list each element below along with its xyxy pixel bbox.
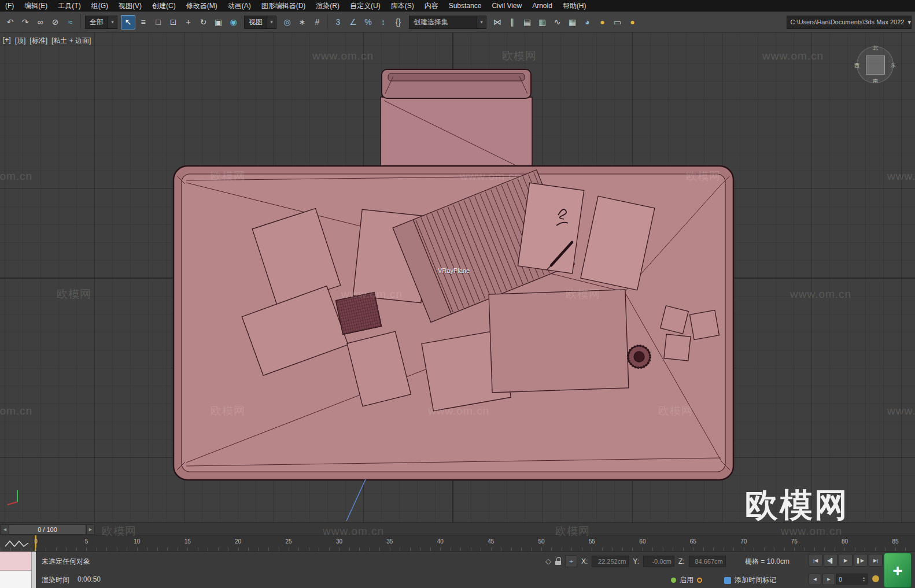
viewport-perview-label[interactable]: [标准] <box>29 36 47 46</box>
go-to-end-button[interactable]: ▶| <box>869 554 883 567</box>
time-slider-next-button[interactable]: ▶ <box>86 524 95 535</box>
select-and-manipulate-icon[interactable]: ∗ <box>295 15 309 29</box>
listener-pane[interactable] <box>0 571 36 588</box>
menu-item[interactable]: 工具(T) <box>53 0 86 12</box>
status-bar: 未选定任何对象 渲染时间 0:00:50 ◇ + X: 22.252cm Y: … <box>0 551 915 588</box>
frame-forward-button[interactable]: ▶ <box>822 574 835 585</box>
key-mode-icon[interactable] <box>872 575 879 582</box>
percent-snap-toggle-icon[interactable]: % <box>361 15 375 29</box>
toggle-layer-explorer-icon[interactable]: ▥ <box>535 15 549 29</box>
play-button[interactable]: ▶ <box>839 554 853 567</box>
current-frame-field[interactable]: 0 ▲ ▼ <box>836 574 868 585</box>
viewport-general-menu-label[interactable]: [+] <box>3 36 11 46</box>
viewport-shading-label[interactable]: [粘土 + 边面] <box>51 36 91 46</box>
add-time-tag-label[interactable]: 添加时间标记 <box>735 575 776 585</box>
select-and-move-icon[interactable]: + <box>181 15 195 29</box>
menu-item[interactable]: Civil View <box>486 0 527 12</box>
curve-editor-icon[interactable]: ∿ <box>550 15 565 29</box>
menu-item[interactable]: 脚本(S) <box>386 0 419 12</box>
macro-recorder-pane[interactable] <box>0 552 36 571</box>
select-and-place-icon[interactable]: ◉ <box>226 15 241 29</box>
viewport-top[interactable]: [+] [顶] [标准] [粘土 + 边面] VRayPlane 北 南 西 东 <box>0 33 915 522</box>
angle-snap-toggle-icon[interactable]: ∠ <box>346 15 360 29</box>
edit-named-selection-sets-icon[interactable]: {} <box>391 15 405 29</box>
time-slider-handle[interactable]: 0 / 100 <box>9 524 86 535</box>
menu-item[interactable]: (F) <box>0 0 19 12</box>
maxscript-mini-listener[interactable] <box>0 552 36 588</box>
project-folder-field[interactable]: C:\Users\Han\Documents\3ds Max 2022 ▾ <box>787 16 912 29</box>
menu-item[interactable]: 修改器(M) <box>181 0 223 12</box>
rectangular-selection-region-icon[interactable]: □ <box>151 15 165 29</box>
align-icon[interactable]: ∥ <box>505 15 519 29</box>
viewcube[interactable]: 北 南 西 东 <box>857 46 894 83</box>
previous-frame-button[interactable]: ◀▌ <box>824 554 837 567</box>
absolute-offset-toggle-button[interactable]: + <box>565 555 577 567</box>
add-button[interactable]: + <box>884 553 912 588</box>
frame-spinner[interactable]: ▲ ▼ <box>862 576 865 582</box>
selection-lock-icon[interactable] <box>555 557 561 565</box>
spinner-down-icon[interactable]: ▼ <box>862 579 865 582</box>
chair[interactable] <box>381 69 532 173</box>
menu-item[interactable]: Substance <box>444 0 487 12</box>
menu-item[interactable]: 图形编辑器(D) <box>256 0 311 12</box>
bind-to-space-warp-icon[interactable]: ≈ <box>63 15 78 29</box>
viewcube-south-label: 南 <box>873 77 878 85</box>
listener-scrollbar[interactable] <box>31 552 36 588</box>
material-editor-icon[interactable]: ◕ <box>580 15 595 29</box>
select-object-icon[interactable]: ↖ <box>121 15 135 29</box>
menu-item[interactable]: 视图(V) <box>113 0 147 12</box>
select-and-scale-icon[interactable]: ▣ <box>211 15 226 29</box>
go-to-start-button[interactable]: |◀ <box>809 554 822 567</box>
render-setup-icon[interactable]: ● <box>595 15 610 29</box>
history-tools-group: ↶↷∞⊘≈ <box>2 15 79 29</box>
time-slider-prev-button[interactable]: ◀ <box>1 524 9 535</box>
render-time-label: 渲染时间 <box>42 575 69 585</box>
menu-item[interactable]: 创建(C) <box>147 0 181 12</box>
isolate-selection-icon[interactable]: ◇ <box>545 557 551 565</box>
frame-back-button[interactable]: ◀ <box>809 574 821 585</box>
menu-item[interactable]: 编辑(E) <box>19 0 53 12</box>
menu-item[interactable]: 动画(A) <box>223 0 256 12</box>
window-crossing-toggle-icon[interactable]: ⊡ <box>166 15 180 29</box>
rendered-frame-window-icon[interactable]: ▭ <box>610 15 625 29</box>
spline-object[interactable] <box>346 479 366 521</box>
schematic-view-icon[interactable]: ▦ <box>565 15 580 29</box>
named-selection-sets-value: 创建选择集 <box>409 17 452 27</box>
select-by-name-icon[interactable]: ≡ <box>136 15 150 29</box>
render-production-icon[interactable]: ● <box>625 15 640 29</box>
reference-coordinate-dropdown[interactable]: 视图 ▾ <box>244 16 276 29</box>
mirror-icon[interactable]: ⋈ <box>490 15 504 29</box>
enable-on-indicator-icon[interactable] <box>671 578 676 583</box>
redo-icon[interactable]: ↷ <box>18 15 32 29</box>
enable-label: 启用 <box>680 575 693 585</box>
menu-item[interactable]: 内容 <box>419 0 444 12</box>
menu-item[interactable]: 渲染(R) <box>311 0 345 12</box>
keyboard-shortcut-override-icon[interactable]: # <box>310 15 324 29</box>
undo-icon[interactable]: ↶ <box>3 15 17 29</box>
chevron-down-icon: ▾ <box>267 16 276 28</box>
snaps-toggle-icon[interactable]: 3 <box>331 15 345 29</box>
select-and-link-icon[interactable]: ∞ <box>33 15 47 29</box>
menu-item[interactable]: Arnold <box>527 0 558 12</box>
menu-item[interactable]: 帮助(H) <box>558 0 592 12</box>
current-frame-value: 0 <box>839 576 842 583</box>
spinner-snap-toggle-icon[interactable]: ↕ <box>376 15 390 29</box>
track-bar[interactable]: 0510152025303540455055606570758085 <box>0 535 915 552</box>
enable-off-indicator-icon[interactable] <box>697 578 702 583</box>
time-slider[interactable]: ◀ 0 / 100 ▶ <box>0 522 915 535</box>
named-selection-sets-dropdown[interactable]: 创建选择集 ▾ <box>409 16 486 29</box>
unlink-selection-icon[interactable]: ⊘ <box>48 15 62 29</box>
viewport-pov-label[interactable]: [顶] <box>15 36 26 46</box>
note-square <box>690 310 720 340</box>
z-coordinate-field[interactable]: 84.667cm <box>689 556 726 567</box>
viewcube-top-face[interactable] <box>866 56 885 75</box>
menu-item[interactable]: 自定义(U) <box>345 0 386 12</box>
next-frame-button[interactable]: ▌▶ <box>854 554 868 567</box>
menu-item[interactable]: 组(G) <box>86 0 113 12</box>
toggle-scene-explorer-icon[interactable]: ▤ <box>520 15 534 29</box>
select-and-rotate-icon[interactable]: ↻ <box>196 15 211 29</box>
selection-filter-dropdown[interactable]: 全部 ▾ <box>85 16 117 29</box>
use-pivot-point-center-icon[interactable]: ◎ <box>280 15 294 29</box>
x-coordinate-field[interactable]: 22.252cm <box>592 556 629 567</box>
y-coordinate-field[interactable]: -0.0cm <box>643 556 674 567</box>
